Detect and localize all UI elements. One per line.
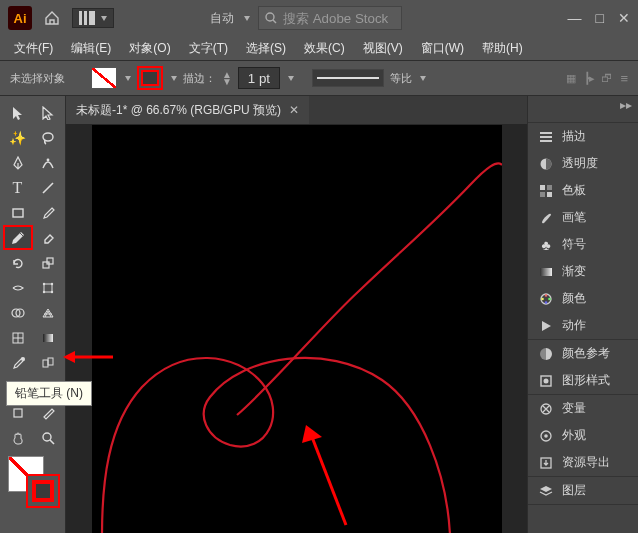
- panel-brushes[interactable]: 画笔: [528, 204, 638, 231]
- rotate-tool[interactable]: [3, 250, 33, 275]
- annotation-arrow-icon: [302, 425, 362, 533]
- stepper-icon[interactable]: ▲▼: [222, 71, 232, 85]
- hand-tool[interactable]: [3, 425, 33, 450]
- chevron-down-icon[interactable]: [288, 76, 294, 81]
- zoom-tool[interactable]: [33, 425, 63, 450]
- panel-swatches[interactable]: 色板: [528, 177, 638, 204]
- chevron-down-icon[interactable]: [420, 76, 426, 81]
- menu-effect[interactable]: 效果(C): [298, 38, 351, 59]
- rectangle-tool[interactable]: [3, 200, 33, 225]
- arrange-icon[interactable]: 🗗: [601, 72, 612, 84]
- panel-appearance[interactable]: 外观: [528, 422, 638, 449]
- annotation-arrow-icon: [63, 349, 115, 365]
- close-tab-button[interactable]: ✕: [289, 103, 299, 117]
- panel-gradient[interactable]: 渐变: [528, 258, 638, 285]
- blend-tool[interactable]: [33, 350, 63, 375]
- title-bar: Ai 自动 — □ ✕: [0, 0, 638, 36]
- svg-point-12: [42, 290, 44, 292]
- scale-tool[interactable]: [33, 250, 63, 275]
- menu-edit[interactable]: 编辑(E): [65, 38, 117, 59]
- dock-collapse-icon[interactable]: ▸▸: [620, 98, 632, 120]
- maximize-button[interactable]: □: [596, 10, 604, 26]
- menu-help[interactable]: 帮助(H): [476, 38, 529, 59]
- panel-menu-icon[interactable]: ≡: [620, 71, 628, 86]
- workspace-switcher[interactable]: [72, 8, 114, 28]
- svg-rect-30: [14, 409, 22, 417]
- menu-file[interactable]: 文件(F): [8, 38, 59, 59]
- svg-rect-42: [547, 185, 552, 190]
- align-options-icon[interactable]: ▦: [566, 72, 576, 85]
- toolbox: ✨ T: [0, 96, 66, 533]
- mesh-tool[interactable]: [3, 325, 33, 350]
- panel-label: 变量: [562, 400, 586, 417]
- panel-graphic-styles[interactable]: 图形样式: [528, 367, 638, 394]
- panel-label: 动作: [562, 317, 586, 334]
- search-input[interactable]: [281, 10, 395, 27]
- stroke-color[interactable]: [26, 474, 60, 508]
- menu-view[interactable]: 视图(V): [357, 38, 409, 59]
- fill-stroke-controls[interactable]: [6, 454, 60, 508]
- transparency-icon: [538, 156, 554, 172]
- type-tool[interactable]: T: [3, 175, 33, 200]
- panel-label: 图层: [562, 482, 586, 499]
- stroke-profile-label: 等比: [390, 71, 412, 86]
- perspective-grid-tool[interactable]: [33, 300, 63, 325]
- search-stock[interactable]: [258, 6, 402, 30]
- magic-wand-tool[interactable]: ✨: [3, 125, 33, 150]
- canvas[interactable]: [92, 125, 502, 533]
- gradient-tool[interactable]: [33, 325, 63, 350]
- home-icon[interactable]: [40, 6, 64, 30]
- panel-actions[interactable]: 动作: [528, 312, 638, 339]
- stroke-profile[interactable]: [312, 69, 384, 87]
- panel-stroke[interactable]: 描边: [528, 123, 638, 150]
- stroke-weight-input[interactable]: [238, 67, 280, 89]
- selection-status: 未选择对象: [10, 71, 65, 86]
- eyedropper-tool[interactable]: [3, 350, 33, 375]
- menu-bar: 文件(F) 编辑(E) 对象(O) 文字(T) 选择(S) 效果(C) 视图(V…: [0, 36, 638, 61]
- pencil-tool[interactable]: [3, 225, 33, 250]
- width-tool[interactable]: [3, 275, 33, 300]
- svg-line-35: [312, 437, 346, 525]
- line-segment-tool[interactable]: [33, 175, 63, 200]
- minimize-button[interactable]: —: [568, 10, 582, 26]
- fill-swatch[interactable]: [91, 67, 117, 89]
- panel-color[interactable]: 颜色: [528, 285, 638, 312]
- lasso-tool[interactable]: [33, 125, 63, 150]
- menu-select[interactable]: 选择(S): [240, 38, 292, 59]
- menu-window[interactable]: 窗口(W): [415, 38, 470, 59]
- document-tab[interactable]: 未标题-1* @ 66.67% (RGB/GPU 预览) ✕: [66, 96, 309, 124]
- panel-color-guide[interactable]: 颜色参考: [528, 340, 638, 367]
- eraser-tool[interactable]: [33, 225, 63, 250]
- paintbrush-tool[interactable]: [33, 200, 63, 225]
- app-logo: Ai: [8, 6, 32, 30]
- layers-icon: [538, 483, 554, 499]
- stroke-swatch[interactable]: [137, 66, 163, 90]
- svg-point-48: [548, 297, 551, 300]
- chevron-down-icon[interactable]: [125, 76, 131, 81]
- pen-tool[interactable]: [3, 150, 33, 175]
- direct-selection-tool[interactable]: [33, 100, 63, 125]
- curvature-tool[interactable]: [33, 150, 63, 175]
- menu-type[interactable]: 文字(T): [183, 38, 234, 59]
- panel-symbols[interactable]: ♣ 符号: [528, 231, 638, 258]
- panel-transparency[interactable]: 透明度: [528, 150, 638, 177]
- pathfinder-icon[interactable]: ┣▸: [584, 72, 593, 85]
- shape-builder-tool[interactable]: [3, 300, 33, 325]
- chevron-down-icon[interactable]: [171, 76, 177, 81]
- color-guide-icon: [538, 346, 554, 362]
- svg-rect-21: [43, 360, 48, 367]
- svg-point-0: [266, 13, 274, 21]
- menu-object[interactable]: 对象(O): [123, 38, 176, 59]
- gradient-icon: [538, 264, 554, 280]
- close-button[interactable]: ✕: [618, 10, 630, 26]
- svg-point-3: [46, 158, 49, 161]
- svg-rect-9: [44, 284, 52, 292]
- free-transform-tool[interactable]: [33, 275, 63, 300]
- panel-layers[interactable]: 图层: [528, 477, 638, 504]
- chevron-down-icon[interactable]: [244, 16, 250, 21]
- graphic-styles-icon: [538, 373, 554, 389]
- panel-variables[interactable]: 变量: [528, 395, 638, 422]
- panel-label: 色板: [562, 182, 586, 199]
- selection-tool[interactable]: [3, 100, 33, 125]
- panel-asset-export[interactable]: 资源导出: [528, 449, 638, 476]
